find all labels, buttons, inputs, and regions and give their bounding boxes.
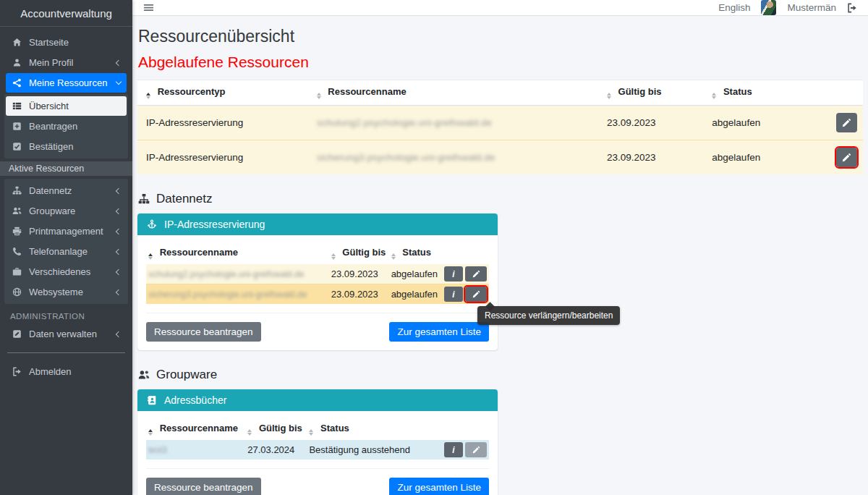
pencil-icon xyxy=(842,153,851,162)
valid-until: 23.09.2023 xyxy=(329,284,389,305)
full-list-button[interactable]: Zur gesamten Liste xyxy=(389,322,489,342)
column-header-gueltig-bis[interactable]: Gültig bis xyxy=(245,418,307,440)
sidebar-item-meine-ressourcen[interactable]: Meine Ressourcen xyxy=(6,73,127,93)
card-body: Ressourcenname Gültig bis Status xyxy=(137,411,498,495)
sidebar-nav: Startseite Mein Profil Meine Ressourcen … xyxy=(0,27,132,387)
column-header-gueltig-bis[interactable]: Gültig bis xyxy=(598,80,703,106)
pencil-icon xyxy=(842,118,851,127)
card-adressbuecher: Adressbücher Ressourcenname xyxy=(137,389,498,495)
table-row: schulung2.psychologie.uni-greifswald.de … xyxy=(146,264,489,284)
status-value: abgelaufen xyxy=(389,264,442,284)
column-header-actions xyxy=(442,242,489,264)
sort-icon xyxy=(247,429,252,436)
pen-square-icon xyxy=(12,329,22,339)
sidebar-item-startseite[interactable]: Startseite xyxy=(6,33,127,52)
logout-icon[interactable] xyxy=(847,3,857,13)
sidebar-item-verschiedenes[interactable]: Verschiedenes xyxy=(6,262,127,282)
column-header-status[interactable]: Status xyxy=(703,80,804,106)
resource-name-redacted: schulung2.psychologie.uni-greifswald.de xyxy=(308,106,598,140)
edit-resource-button-highlighted[interactable] xyxy=(836,148,857,167)
sidebar-item-bestaetigen[interactable]: Bestätigen xyxy=(6,137,127,156)
sidebar-item-daten-verwalten[interactable]: Daten verwalten xyxy=(6,324,127,344)
tooltip: Ressource verlängern/bearbeiten xyxy=(477,306,620,325)
sort-icon xyxy=(317,93,321,99)
column-header-ressourcentyp[interactable]: Ressourcentyp xyxy=(137,80,308,106)
anchor-icon xyxy=(147,219,157,229)
globe-icon xyxy=(12,287,22,297)
edit-resource-button[interactable] xyxy=(465,266,487,282)
sidebar-item-abmelden[interactable]: Abmelden xyxy=(6,362,127,381)
resource-name-redacted: sicherung3.psychologie.uni-greifswald.de xyxy=(146,284,329,305)
card-body: Ressourcenname Gültig bis Status xyxy=(137,235,498,350)
language-link[interactable]: English xyxy=(718,2,750,13)
status-value: abgelaufen xyxy=(703,140,804,175)
sidebar-submenu-aktive-ressourcen: Datennetz Groupware Printmanagement Tele… xyxy=(4,179,128,304)
sidebar-item-groupware[interactable]: Groupware xyxy=(6,201,127,221)
avatar[interactable] xyxy=(761,0,776,15)
column-header-ressourcenname[interactable]: Ressourcenname xyxy=(146,242,329,264)
sidebar-item-websysteme[interactable]: Websysteme xyxy=(6,282,127,302)
valid-until: 23.09.2023 xyxy=(598,106,703,140)
request-resource-button[interactable]: Ressource beantragen xyxy=(146,322,261,342)
phone-icon xyxy=(12,247,22,256)
sidebar-item-telefonanlage[interactable]: Telefonanlage xyxy=(6,242,127,261)
username-link[interactable]: Mustermän xyxy=(787,2,836,13)
expired-resources-heading: Abgelaufene Ressourcen xyxy=(138,54,862,71)
column-header-actions xyxy=(805,80,863,106)
home-icon xyxy=(12,38,22,47)
list-icon xyxy=(12,101,22,111)
sidebar-section-aktive-ressourcen: Aktive Ressourcen xyxy=(0,161,132,176)
chevron-left-icon xyxy=(116,208,122,213)
topbar: English Mustermän xyxy=(132,0,868,16)
info-button[interactable]: i xyxy=(444,287,463,302)
chevron-down-icon xyxy=(116,79,122,85)
status-value: abgelaufen xyxy=(703,106,804,140)
table-row-hovered: sicherung3.psychologie.uni-greifswald.de… xyxy=(146,284,489,305)
sidebar-item-uebersicht[interactable]: Übersicht xyxy=(6,96,127,116)
sort-icon xyxy=(148,429,153,436)
sort-icon xyxy=(391,253,396,260)
user-icon xyxy=(12,58,22,67)
resource-name-redacted: schulung2.psychologie.uni-greifswald.de xyxy=(146,264,329,284)
sort-icon xyxy=(331,253,336,260)
main-area: English Mustermän Ressourcenübersicht Ab… xyxy=(132,0,868,495)
sign-out-icon xyxy=(12,367,22,376)
card-header: IP-Adressreservierung xyxy=(137,213,498,235)
sidebar-toggle-button[interactable] xyxy=(143,2,154,13)
section-heading-datennetz: Datennetz xyxy=(138,192,862,206)
info-button[interactable]: i xyxy=(444,266,463,282)
sidebar-submenu-meine-ressourcen: Übersicht Beantragen Bestätigen xyxy=(4,94,128,158)
resource-type: IP-Adressreservierung xyxy=(137,106,308,140)
sidebar-section-administration: ADMINISTRATION xyxy=(6,305,127,323)
column-header-status[interactable]: Status xyxy=(307,418,442,440)
column-header-status[interactable]: Status xyxy=(389,242,442,264)
status-value: abgelaufen xyxy=(389,284,442,305)
column-header-ressourcenname[interactable]: Ressourcenname xyxy=(146,418,245,440)
edit-resource-button[interactable] xyxy=(836,113,857,132)
sidebar-item-datennetz[interactable]: Datennetz xyxy=(6,181,127,200)
status-value: Bestätigung ausstehend xyxy=(307,440,442,460)
chevron-left-icon xyxy=(116,331,122,337)
sidebar-item-beantragen[interactable]: Beantragen xyxy=(6,117,127,136)
address-book-icon xyxy=(147,395,157,405)
sidebar-item-mein-profil[interactable]: Mein Profil xyxy=(6,53,127,72)
page-title: Ressourcenübersicht xyxy=(138,27,862,46)
info-button[interactable]: i xyxy=(444,442,463,457)
users-icon xyxy=(12,206,22,216)
app-brand[interactable]: Accountverwaltung xyxy=(0,0,132,27)
printer-icon xyxy=(12,227,22,236)
edit-resource-button-disabled[interactable] xyxy=(465,442,487,457)
resource-type: IP-Adressreservierung xyxy=(137,140,308,175)
resource-name-redacted: sicherung3.psychologie.uni-greifswald.de xyxy=(308,140,598,175)
resource-name-redacted: test3 xyxy=(146,440,245,460)
valid-until: 23.09.2023 xyxy=(329,264,389,284)
table-row: IP-Adressreservierung sicherung3.psychol… xyxy=(137,140,863,175)
column-header-ressourcenname[interactable]: Ressourcenname xyxy=(308,80,598,106)
chevron-left-icon xyxy=(116,59,122,65)
request-resource-button[interactable]: Ressource beantragen xyxy=(146,478,261,495)
edit-resource-button-highlighted[interactable] xyxy=(465,287,487,302)
full-list-button[interactable]: Zur gesamten Liste xyxy=(389,478,489,495)
sidebar-item-printmanagement[interactable]: Printmanagement xyxy=(6,221,127,241)
sidebar: Accountverwaltung Startseite Mein Profil… xyxy=(0,0,132,495)
column-header-gueltig-bis[interactable]: Gültig bis xyxy=(329,242,389,264)
